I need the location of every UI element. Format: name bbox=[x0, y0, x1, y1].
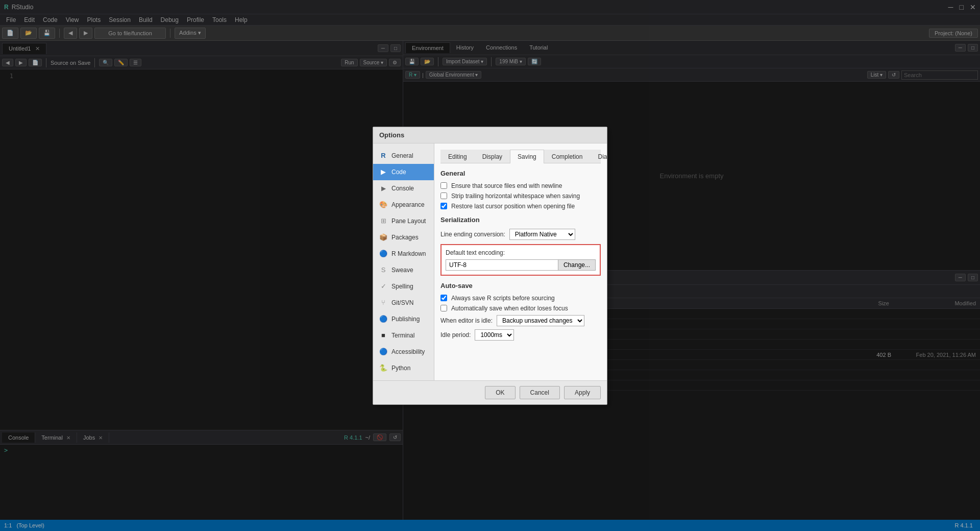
git-icon: ⑂ bbox=[379, 299, 387, 307]
auto-save-focus-label: Automatically save when editor loses foc… bbox=[451, 305, 568, 312]
encoding-change-btn[interactable]: Change... bbox=[558, 259, 596, 271]
encoding-label: Default text encoding: bbox=[446, 249, 596, 256]
sidebar-item-appearance[interactable]: 🎨 Appearance bbox=[373, 197, 434, 213]
sidebar-label-git-svn: Git/SVN bbox=[391, 299, 413, 306]
tab-saving-label: Saving bbox=[518, 153, 536, 160]
access-icon: 🔵 bbox=[379, 348, 387, 356]
ok-label: OK bbox=[496, 389, 504, 396]
sidebar-item-accessibility[interactable]: 🔵 Accessibility bbox=[373, 344, 434, 360]
pane-icon: ⊞ bbox=[379, 217, 387, 225]
sidebar-item-packages[interactable]: 📦 Packages bbox=[373, 229, 434, 246]
tab-diagnostics[interactable]: Diagnostics bbox=[590, 150, 607, 163]
python-icon: 🐍 bbox=[379, 364, 387, 372]
cancel-label: Cancel bbox=[530, 389, 549, 396]
sidebar-label-publishing: Publishing bbox=[391, 316, 420, 323]
cancel-button[interactable]: Cancel bbox=[520, 386, 560, 399]
auto-save-focus-row: Automatically save when editor loses foc… bbox=[440, 305, 601, 312]
sidebar-label-sweave: Sweave bbox=[391, 267, 413, 274]
appearance-icon: 🎨 bbox=[379, 201, 387, 209]
tab-saving[interactable]: Saving bbox=[510, 150, 544, 163]
sidebar-label-general: General bbox=[391, 152, 413, 159]
auto-save-focus-checkbox[interactable] bbox=[440, 305, 447, 311]
encoding-input[interactable] bbox=[446, 259, 558, 271]
period-select[interactable]: 1000ms 500ms 2000ms 5000ms bbox=[475, 329, 514, 341]
modal-overlay: Options R General ▶ Code ▶ Console 🎨 bbox=[0, 0, 980, 531]
save-scripts-checkbox[interactable] bbox=[440, 295, 447, 301]
autosave-section: Auto-save Always save R scripts before s… bbox=[440, 282, 601, 341]
tab-editing-label: Editing bbox=[448, 153, 467, 160]
idle-row: When editor is idle: Backup unsaved chan… bbox=[440, 315, 601, 326]
newline-checkbox[interactable] bbox=[440, 182, 447, 189]
sidebar-label-pane-layout: Pane Layout bbox=[391, 218, 426, 225]
newline-row: Ensure that source files end with newlin… bbox=[440, 182, 601, 189]
spelling-icon: ✓ bbox=[379, 282, 387, 291]
save-scripts-label: Always save R scripts before sourcing bbox=[451, 295, 555, 302]
restore-cursor-row: Restore last cursor position when openin… bbox=[440, 203, 601, 210]
sidebar-item-sweave[interactable]: S Sweave bbox=[373, 262, 434, 278]
ok-button[interactable]: OK bbox=[485, 386, 515, 399]
sidebar-item-pane-layout[interactable]: ⊞ Pane Layout bbox=[373, 213, 434, 229]
idle-label: When editor is idle: bbox=[440, 317, 493, 324]
sidebar-label-code: Code bbox=[391, 168, 406, 176]
restore-cursor-label: Restore last cursor position when openin… bbox=[451, 203, 575, 210]
serialization-section-title: Serialization bbox=[440, 216, 601, 224]
sidebar-item-rmarkdown[interactable]: 🔵 R Markdown bbox=[373, 246, 434, 262]
publishing-icon: 🔵 bbox=[379, 315, 387, 323]
sidebar-label-spelling: Spelling bbox=[391, 283, 413, 290]
sidebar-label-terminal: Terminal bbox=[391, 332, 414, 339]
tab-editing[interactable]: Editing bbox=[440, 150, 475, 163]
code-tabs: Editing Display Saving Completion Diagno… bbox=[440, 150, 601, 163]
sidebar-label-python: Python bbox=[391, 365, 410, 372]
line-ending-row: Line ending conversion: Platform Native … bbox=[440, 229, 601, 240]
sidebar-item-code[interactable]: ▶ Code bbox=[373, 164, 434, 180]
modal-body: R General ▶ Code ▶ Console 🎨 Appearance … bbox=[373, 143, 607, 380]
general-section-title: General bbox=[440, 170, 601, 177]
encoding-box: Default text encoding: Change... bbox=[440, 244, 601, 276]
autosave-section-title: Auto-save bbox=[440, 282, 601, 289]
sidebar-item-python[interactable]: 🐍 Python bbox=[373, 360, 434, 376]
sidebar-item-console[interactable]: ▶ Console bbox=[373, 180, 434, 197]
line-ending-select[interactable]: Platform Native Windows (CR/LF) POSIX (L… bbox=[509, 229, 575, 240]
sidebar-label-console: Console bbox=[391, 185, 414, 192]
packages-icon: 📦 bbox=[379, 233, 387, 242]
rmd-icon: 🔵 bbox=[379, 250, 387, 258]
tab-display[interactable]: Display bbox=[475, 150, 510, 163]
sidebar-label-appearance: Appearance bbox=[391, 201, 425, 208]
modal-footer: OK Cancel Apply bbox=[373, 380, 607, 404]
idle-select[interactable]: Backup unsaved changes Save and write al… bbox=[497, 315, 584, 326]
tab-diagnostics-label: Diagnostics bbox=[598, 153, 607, 160]
general-section: General Ensure that source files end wit… bbox=[440, 170, 601, 210]
trailing-row: Strip trailing horizontal whitespace whe… bbox=[440, 192, 601, 200]
sweave-icon: S bbox=[379, 266, 387, 274]
serialization-section: Serialization Line ending conversion: Pl… bbox=[440, 216, 601, 276]
period-row: Idle period: 1000ms 500ms 2000ms 5000ms bbox=[440, 329, 601, 341]
tab-display-label: Display bbox=[482, 153, 502, 160]
general-icon: R bbox=[379, 152, 387, 160]
code-icon: ▶ bbox=[379, 168, 387, 176]
restore-cursor-checkbox[interactable] bbox=[440, 203, 447, 209]
apply-button[interactable]: Apply bbox=[564, 386, 601, 399]
sidebar-item-general[interactable]: R General bbox=[373, 148, 434, 164]
sidebar-item-terminal[interactable]: ■ Terminal bbox=[373, 327, 434, 344]
modal-sidebar: R General ▶ Code ▶ Console 🎨 Appearance … bbox=[373, 143, 434, 380]
line-ending-label: Line ending conversion: bbox=[440, 231, 505, 238]
console-icon: ▶ bbox=[379, 184, 387, 192]
sidebar-label-accessibility: Accessibility bbox=[391, 348, 425, 355]
newline-label: Ensure that source files end with newlin… bbox=[451, 182, 562, 189]
trailing-checkbox[interactable] bbox=[440, 192, 447, 199]
tab-completion-label: Completion bbox=[552, 153, 583, 160]
sidebar-label-packages: Packages bbox=[391, 234, 419, 241]
tab-completion[interactable]: Completion bbox=[544, 150, 591, 163]
options-dialog: Options R General ▶ Code ▶ Console 🎨 bbox=[373, 127, 607, 405]
save-scripts-row: Always save R scripts before sourcing bbox=[440, 295, 601, 302]
sidebar-item-git-svn[interactable]: ⑂ Git/SVN bbox=[373, 295, 434, 311]
period-label: Idle period: bbox=[440, 331, 471, 339]
trailing-label: Strip trailing horizontal whitespace whe… bbox=[451, 192, 580, 200]
modal-main-content: Editing Display Saving Completion Diagno… bbox=[434, 143, 607, 380]
terminal-icon: ■ bbox=[379, 331, 387, 340]
sidebar-item-spelling[interactable]: ✓ Spelling bbox=[373, 278, 434, 295]
apply-label: Apply bbox=[575, 389, 590, 396]
sidebar-item-publishing[interactable]: 🔵 Publishing bbox=[373, 311, 434, 327]
sidebar-label-rmarkdown: R Markdown bbox=[391, 250, 426, 257]
modal-title: Options bbox=[373, 127, 607, 143]
